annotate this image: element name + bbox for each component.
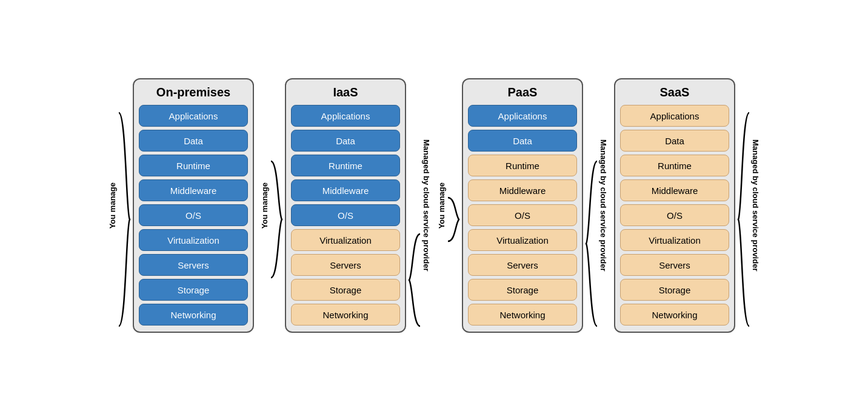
item-on-premises-8: Networking bbox=[139, 304, 248, 326]
col-saas: SaaSApplicationsDataRuntimeMiddlewareO/S… bbox=[614, 78, 760, 333]
col-paas: You managePaaSApplicationsDataRuntimeMid… bbox=[437, 78, 608, 333]
right-brace-wrap-saas: Managed by cloud service provider bbox=[737, 81, 760, 330]
right-brace-wrap-iaas: Managed by cloud service provider bbox=[408, 81, 431, 330]
item-paas-4: O/S bbox=[468, 204, 577, 226]
right-brace-wrap-paas: Managed by cloud service provider bbox=[585, 81, 608, 330]
item-paas-7: Storage bbox=[468, 279, 577, 301]
item-saas-0: Applications bbox=[620, 105, 729, 127]
item-on-premises-0: Applications bbox=[139, 105, 248, 127]
left-brace-svg-on-premises bbox=[119, 112, 131, 327]
title-on-premises: On-premises bbox=[139, 85, 248, 99]
right-brace-label-saas: Managed by cloud service provider bbox=[751, 139, 760, 271]
item-on-premises-2: Runtime bbox=[139, 155, 248, 176]
item-paas-6: Servers bbox=[468, 254, 577, 276]
title-iaas: IaaS bbox=[291, 85, 400, 99]
left-brace-wrap-iaas: You manage bbox=[260, 81, 283, 330]
item-paas-3: Middleware bbox=[468, 179, 577, 201]
item-iaas-2: Runtime bbox=[291, 155, 400, 176]
card-saas: SaaSApplicationsDataRuntimeMiddlewareO/S… bbox=[614, 78, 735, 333]
item-iaas-3: Middleware bbox=[291, 179, 400, 201]
left-brace-wrap-on-premises: You manage bbox=[108, 81, 131, 330]
item-on-premises-7: Storage bbox=[139, 279, 248, 301]
title-saas: SaaS bbox=[620, 85, 729, 99]
item-saas-1: Data bbox=[620, 130, 729, 152]
item-saas-7: Storage bbox=[620, 279, 729, 301]
item-saas-8: Networking bbox=[620, 304, 729, 326]
left-brace-label-paas: You manage bbox=[437, 182, 446, 229]
item-saas-2: Runtime bbox=[620, 155, 729, 176]
item-iaas-8: Networking bbox=[291, 304, 400, 326]
right-brace-label-paas: Managed by cloud service provider bbox=[599, 139, 608, 271]
right-brace-svg-iaas bbox=[408, 233, 420, 327]
col-iaas: You manageIaaSApplicationsDataRuntimeMid… bbox=[260, 78, 431, 333]
item-iaas-0: Applications bbox=[291, 105, 400, 127]
card-on-premises: On-premisesApplicationsDataRuntimeMiddle… bbox=[133, 78, 254, 333]
item-saas-6: Servers bbox=[620, 254, 729, 276]
left-brace-svg-paas bbox=[448, 196, 460, 242]
item-paas-8: Networking bbox=[468, 304, 577, 326]
item-iaas-5: Virtualization bbox=[291, 229, 400, 251]
card-iaas: IaaSApplicationsDataRuntimeMiddlewareO/S… bbox=[285, 78, 406, 333]
item-on-premises-5: Virtualization bbox=[139, 229, 248, 251]
left-brace-wrap-paas: You manage bbox=[437, 81, 460, 330]
card-paas: PaaSApplicationsDataRuntimeMiddlewareO/S… bbox=[462, 78, 583, 333]
right-brace-svg-saas bbox=[737, 112, 749, 327]
item-on-premises-1: Data bbox=[139, 130, 248, 152]
item-iaas-4: O/S bbox=[291, 204, 400, 226]
item-paas-0: Applications bbox=[468, 105, 577, 127]
item-saas-3: Middleware bbox=[620, 179, 729, 201]
item-on-premises-6: Servers bbox=[139, 254, 248, 276]
right-brace-svg-paas bbox=[585, 160, 597, 327]
item-saas-4: O/S bbox=[620, 204, 729, 226]
item-iaas-1: Data bbox=[291, 130, 400, 152]
item-paas-2: Runtime bbox=[468, 155, 577, 176]
title-paas: PaaS bbox=[468, 85, 577, 99]
item-on-premises-4: O/S bbox=[139, 204, 248, 226]
item-on-premises-3: Middleware bbox=[139, 179, 248, 201]
item-saas-5: Virtualization bbox=[620, 229, 729, 251]
left-brace-label-on-premises: You manage bbox=[108, 182, 117, 229]
left-brace-svg-iaas bbox=[271, 160, 283, 279]
left-brace-label-iaas: You manage bbox=[260, 182, 269, 229]
col-on-premises: You manageOn-premisesApplicationsDataRun… bbox=[108, 78, 254, 333]
diagram-container: You manageOn-premisesApplicationsDataRun… bbox=[108, 78, 760, 333]
right-brace-label-iaas: Managed by cloud service provider bbox=[422, 139, 431, 271]
item-iaas-6: Servers bbox=[291, 254, 400, 276]
item-paas-1: Data bbox=[468, 130, 577, 152]
item-iaas-7: Storage bbox=[291, 279, 400, 301]
item-paas-5: Virtualization bbox=[468, 229, 577, 251]
